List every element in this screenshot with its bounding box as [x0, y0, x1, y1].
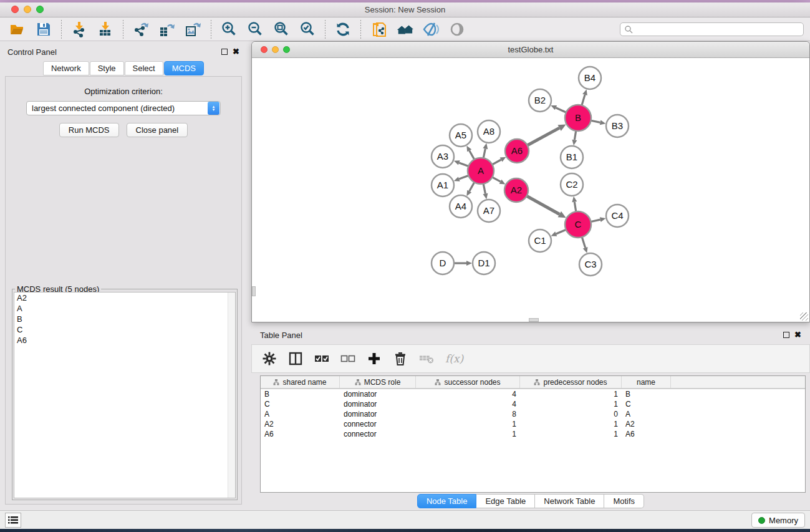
graphics-details-icon[interactable]	[422, 21, 440, 38]
delete-row-icon[interactable]	[393, 351, 408, 366]
edge-B-B3[interactable]	[591, 120, 600, 122]
cell-successor-nodes[interactable]: 1	[416, 430, 520, 438]
tab-network[interactable]: Network	[43, 61, 89, 75]
splitter-handle[interactable]	[529, 318, 539, 322]
table-row[interactable]: Adominator80A	[261, 409, 805, 419]
tab-edge-table[interactable]: Edge Table	[476, 494, 535, 508]
edge-C-C2[interactable]	[574, 202, 576, 212]
scrollbar[interactable]	[228, 293, 235, 498]
birds-eye-icon[interactable]	[448, 21, 466, 38]
cell-MCDS-role[interactable]: connector	[340, 430, 416, 438]
export-image-icon[interactable]	[185, 21, 202, 38]
float-panel-icon[interactable]	[783, 332, 789, 338]
tab-style[interactable]: Style	[90, 61, 124, 75]
cell-shared-name[interactable]: B	[261, 390, 340, 399]
open-file-icon[interactable]	[9, 21, 26, 38]
cell-successor-nodes[interactable]: 4	[416, 400, 520, 409]
zoom-out-icon[interactable]	[246, 21, 264, 38]
select-all-icon[interactable]	[314, 351, 329, 366]
table-row[interactable]: Cdominator41C	[261, 399, 805, 409]
network-close-button[interactable]	[261, 46, 268, 53]
edge-C-C1[interactable]	[556, 230, 566, 234]
cell-successor-nodes[interactable]: 1	[416, 420, 520, 428]
network-zoom-button[interactable]	[283, 46, 290, 53]
cell-name[interactable]: A6	[622, 430, 671, 438]
edge-C-C3[interactable]	[582, 237, 585, 248]
splitter-handle[interactable]	[252, 286, 256, 296]
zoom-in-icon[interactable]	[220, 21, 238, 38]
tab-select[interactable]: Select	[125, 61, 163, 75]
edge-B-B1[interactable]	[574, 131, 576, 140]
tab-node-table[interactable]: Node Table	[417, 494, 477, 508]
close-window-button[interactable]	[11, 6, 19, 13]
criterion-select[interactable]: largest connected component (directed) ▲…	[26, 101, 221, 115]
cell-name[interactable]: C	[622, 400, 671, 409]
cell-successor-nodes[interactable]: 8	[416, 410, 520, 418]
home-icon[interactable]	[396, 21, 413, 38]
export-table-icon[interactable]	[158, 21, 176, 38]
cell-name[interactable]: A2	[622, 420, 671, 428]
close-panel-icon[interactable]: ✖	[233, 49, 239, 55]
add-row-icon[interactable]	[367, 351, 382, 366]
tab-network-table[interactable]: Network Table	[535, 494, 604, 508]
edge-A-A6[interactable]	[492, 160, 501, 165]
cell-shared-name[interactable]: A	[261, 410, 340, 418]
cell-MCDS-role[interactable]: dominator	[340, 400, 416, 409]
cell-predecessor-nodes[interactable]: 0	[520, 410, 622, 418]
task-history-button[interactable]	[5, 513, 21, 528]
cell-MCDS-role[interactable]: connector	[340, 420, 416, 428]
resize-grip-icon[interactable]	[800, 312, 808, 321]
edge-A-A8[interactable]	[483, 148, 485, 158]
table-row[interactable]: A6connector11A6	[261, 429, 805, 439]
cell-name[interactable]: A	[622, 410, 671, 418]
search-box[interactable]	[620, 22, 804, 36]
edge-B-B4[interactable]	[582, 95, 585, 105]
save-session-icon[interactable]	[35, 21, 52, 38]
cell-predecessor-nodes[interactable]: 1	[520, 420, 622, 428]
tab-mcds[interactable]: MCDS	[164, 61, 204, 75]
gear-icon[interactable]	[262, 351, 277, 366]
node-table[interactable]: shared nameMCDS rolesuccessor nodesprede…	[260, 375, 806, 493]
network-canvas[interactable]: B4B2BB3A5A8A6A3B1AA1C2A2A4A7C4CC1DD1C3	[252, 58, 809, 322]
mcds-result-item[interactable]: C	[14, 324, 235, 335]
column-header-predecessor-nodes[interactable]: predecessor nodes	[520, 376, 622, 388]
memory-button[interactable]: Memory	[751, 513, 805, 528]
table-row[interactable]: Bdominator41B	[261, 389, 805, 399]
mcds-result-item[interactable]: A2	[14, 293, 235, 303]
column-header-name[interactable]: name	[622, 376, 671, 388]
cell-shared-name[interactable]: A6	[261, 430, 340, 438]
float-panel-icon[interactable]	[221, 49, 228, 55]
column-header-successor-nodes[interactable]: successor nodes	[416, 376, 520, 388]
zoom-selected-icon[interactable]	[299, 21, 316, 38]
mcds-result-item[interactable]: A6	[14, 335, 235, 346]
edge-A-A1[interactable]	[459, 175, 468, 179]
edge-C-C4[interactable]	[591, 220, 600, 221]
column-header-MCDS-role[interactable]: MCDS role	[340, 376, 416, 388]
edge-B-B2[interactable]	[556, 108, 566, 113]
edge-A-A4[interactable]	[470, 182, 475, 191]
edge-A6-B[interactable]	[528, 128, 559, 145]
import-network-icon[interactable]	[70, 21, 88, 38]
edge-A-A2[interactable]	[492, 177, 500, 181]
cell-shared-name[interactable]: C	[261, 400, 340, 409]
cell-predecessor-nodes[interactable]: 1	[520, 430, 622, 438]
mcds-result-list[interactable]: A2ABCA6	[14, 292, 236, 498]
network-window-titlebar[interactable]: testGlobe.txt	[252, 42, 809, 58]
edge-A-A5[interactable]	[470, 150, 475, 159]
import-table-icon[interactable]	[97, 21, 114, 38]
mcds-result-item[interactable]: A	[14, 303, 235, 314]
cell-MCDS-role[interactable]: dominator	[340, 410, 416, 418]
search-input[interactable]	[633, 25, 799, 34]
edge-A-A3[interactable]	[459, 163, 468, 167]
cell-predecessor-nodes[interactable]: 1	[520, 390, 622, 399]
minimize-window-button[interactable]	[24, 6, 31, 13]
duplicate-network-icon[interactable]	[370, 21, 387, 38]
tab-motifs[interactable]: Motifs	[604, 494, 644, 508]
mcds-result-item[interactable]: B	[14, 314, 235, 324]
unselect-all-icon[interactable]	[340, 351, 355, 366]
columns-icon[interactable]	[288, 351, 303, 366]
close-panel-button[interactable]: Close panel	[127, 123, 188, 137]
table-row[interactable]: A2connector11A2	[261, 419, 805, 429]
cell-MCDS-role[interactable]: dominator	[340, 390, 416, 399]
cell-shared-name[interactable]: A2	[261, 420, 340, 428]
